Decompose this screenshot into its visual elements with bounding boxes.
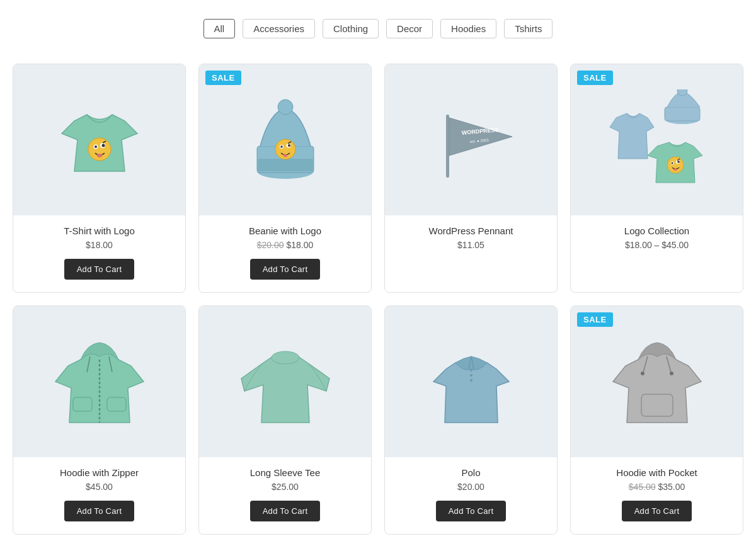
add-to-cart-btn-hoodie-pocket[interactable]: Add To Cart <box>622 501 692 521</box>
add-to-cart-btn-beanie-logo[interactable]: Add To Cart <box>250 259 321 280</box>
product-card-hoodie-zipper: Hoodie with Zipper$45.00Add To Cart <box>13 305 186 535</box>
product-image-beanie-logo: SALE <box>199 64 371 215</box>
product-card-tshirt-logo: T-Shirt with Logo$18.00Add To Cart <box>13 64 186 293</box>
svg-point-23 <box>667 157 684 173</box>
product-info-hoodie-zipper: Hoodie with Zipper$45.00Add To Cart <box>13 457 185 521</box>
product-info-tshirt-logo: T-Shirt with Logo$18.00Add To Cart <box>13 215 185 280</box>
svg-point-12 <box>280 145 283 148</box>
product-card-beanie-logo: SALE Beanie with Logo$20.00$18.00Add To … <box>198 64 372 293</box>
svg-point-42 <box>670 372 673 375</box>
svg-point-5 <box>97 154 102 157</box>
sale-badge-logo-collection: SALE <box>577 71 613 85</box>
add-to-cart-btn-hoodie-zipper[interactable]: Add To Cart <box>64 501 135 521</box>
product-name-logo-collection: Logo Collection <box>578 225 735 236</box>
product-info-beanie-logo: Beanie with Logo$20.00$18.00Add To Cart <box>199 215 371 280</box>
svg-point-15 <box>284 154 287 157</box>
product-name-wordpress-pennant: WordPress Pennant <box>392 225 549 236</box>
product-image-hoodie-pocket: SALE <box>571 306 743 457</box>
product-name-long-sleeve-tee: Long Sleeve Tee <box>207 467 364 478</box>
product-price-tshirt-logo: $18.00 <box>21 240 178 250</box>
product-image-tshirt-logo <box>13 64 185 215</box>
product-card-polo: Polo$20.00Add To Cart <box>384 305 558 535</box>
product-price-polo: $20.00 <box>392 482 549 492</box>
filter-btn-hoodies[interactable]: Hoodies <box>440 19 496 38</box>
product-image-wordpress-pennant: WORDPRESS est. ● 2003 <box>385 64 557 215</box>
price-original-beanie-logo: $20.00 <box>257 240 284 250</box>
svg-point-41 <box>641 372 644 375</box>
add-to-cart-btn-long-sleeve-tee[interactable]: Add To Cart <box>250 501 321 521</box>
product-card-wordpress-pennant: WORDPRESS est. ● 2003 WordPress Pennant$… <box>384 64 558 293</box>
filter-btn-all[interactable]: All <box>203 19 236 38</box>
filter-bar: AllAccessoriesClothingDecorHoodiesTshirt… <box>13 13 743 45</box>
svg-point-9 <box>278 100 293 115</box>
svg-point-37 <box>470 379 472 382</box>
svg-point-14 <box>288 144 290 147</box>
product-price-hoodie-zipper: $45.00 <box>21 482 178 492</box>
product-image-hoodie-zipper <box>13 306 185 457</box>
svg-rect-21 <box>665 107 700 121</box>
product-price-wordpress-pennant: $11.05 <box>392 240 549 250</box>
product-info-polo: Polo$20.00Add To Cart <box>385 457 557 521</box>
product-name-hoodie-zipper: Hoodie with Zipper <box>21 467 178 478</box>
price-sale-hoodie-pocket: $35.00 <box>658 482 685 492</box>
product-name-polo: Polo <box>392 467 549 478</box>
svg-point-25 <box>671 162 673 164</box>
svg-point-4 <box>101 144 105 147</box>
svg-marker-17 <box>449 118 512 156</box>
svg-point-34 <box>272 351 299 364</box>
svg-rect-8 <box>257 159 314 171</box>
price-sale-beanie-logo: $18.00 <box>287 240 314 250</box>
svg-rect-16 <box>446 115 449 178</box>
product-info-long-sleeve-tee: Long Sleeve Tee$25.00Add To Cart <box>199 457 371 521</box>
product-price-logo-collection: $18.00 – $45.00 <box>578 240 735 250</box>
add-to-cart-btn-polo[interactable]: Add To Cart <box>436 501 507 521</box>
svg-point-36 <box>470 374 472 377</box>
product-name-beanie-logo: Beanie with Logo <box>207 225 364 236</box>
product-image-logo-collection: SALE <box>571 64 743 215</box>
product-image-polo <box>385 306 557 457</box>
product-card-hoodie-pocket: SALE Hoodie with Pocket$45.00$35.00Add T… <box>570 305 743 535</box>
product-info-wordpress-pennant: WordPress Pennant$11.05 <box>385 215 557 259</box>
price-original-hoodie-pocket: $45.00 <box>629 482 656 492</box>
svg-point-2 <box>94 145 97 148</box>
product-price-long-sleeve-tee: $25.00 <box>207 482 364 492</box>
filter-btn-clothing[interactable]: Clothing <box>323 19 379 38</box>
product-name-tshirt-logo: T-Shirt with Logo <box>21 225 178 236</box>
filter-btn-accessories[interactable]: Accessories <box>243 19 315 38</box>
product-card-long-sleeve-tee: Long Sleeve Tee$25.00Add To Cart <box>198 305 372 535</box>
sale-badge-hoodie-pocket: SALE <box>577 312 613 327</box>
product-image-long-sleeve-tee <box>199 306 371 457</box>
product-card-logo-collection: SALE Logo Coll <box>570 64 743 293</box>
product-name-hoodie-pocket: Hoodie with Pocket <box>578 467 735 478</box>
product-info-hoodie-pocket: Hoodie with Pocket$45.00$35.00Add To Car… <box>571 457 743 521</box>
add-to-cart-btn-tshirt-logo[interactable]: Add To Cart <box>64 259 135 280</box>
filter-btn-tshirts[interactable]: Tshirts <box>504 19 553 38</box>
svg-point-35 <box>470 369 472 372</box>
svg-point-28 <box>673 168 677 171</box>
filter-btn-decor[interactable]: Decor <box>386 19 433 38</box>
products-grid: T-Shirt with Logo$18.00Add To CartSALE B… <box>13 64 743 535</box>
product-info-logo-collection: Logo Collection$18.00 – $45.00 <box>571 215 743 259</box>
svg-point-27 <box>677 161 680 163</box>
product-price-hoodie-pocket: $45.00$35.00 <box>578 482 735 492</box>
sale-badge-beanie-logo: SALE <box>205 71 241 85</box>
product-price-beanie-logo: $20.00$18.00 <box>207 240 364 250</box>
